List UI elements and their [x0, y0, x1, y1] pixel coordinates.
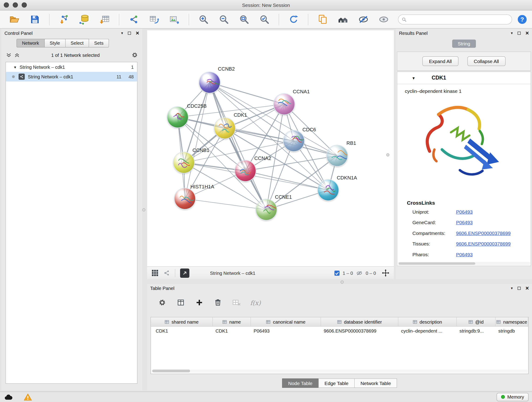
cell-database-identifier[interactable]: 9606.ENSP00000378699	[321, 327, 399, 336]
network-node-CCNA2[interactable]	[235, 161, 256, 181]
network-share-icon[interactable]	[163, 269, 170, 276]
selected-checkbox-icon[interactable]	[334, 270, 340, 276]
network-node-CCNB2[interactable]	[199, 72, 220, 93]
panel-float-icon[interactable]	[518, 32, 521, 35]
tab-node-table[interactable]: Node Table	[282, 379, 319, 388]
open-session-button[interactable]	[7, 12, 22, 27]
tab-network-table[interactable]: Network Table	[355, 379, 397, 388]
table-row[interactable]: CDK1 CDK1 P06493 9606.ENSP00000378699 cy…	[151, 327, 528, 336]
results-horizontal-scrollbar[interactable]	[398, 262, 530, 265]
panel-menu-icon[interactable]: ▾	[511, 31, 513, 35]
disclosure-triangle-icon[interactable]: ▼	[13, 65, 20, 69]
collapse-all-button[interactable]: Collapse All	[467, 56, 505, 66]
column-header-description[interactable]: description	[399, 317, 457, 326]
export-image-button[interactable]	[167, 12, 182, 27]
crosslink-link[interactable]: P06493	[456, 252, 473, 257]
network-canvas[interactable]: CCNB2CCNA1CDC25BCDK1CDC6RB1CCNB1CCNA2CDK…	[147, 30, 394, 267]
import-network-from-file-button[interactable]	[56, 12, 71, 27]
network-node-CDK1[interactable]	[215, 118, 235, 139]
network-options-gear-icon[interactable]	[131, 51, 138, 58]
column-header-namespace[interactable]: namespace	[496, 317, 528, 326]
new-network-button[interactable]	[126, 12, 141, 27]
zoom-fit-button[interactable]	[236, 12, 252, 27]
cell-id[interactable]: stringdb:9...	[457, 327, 496, 336]
network-node-CCNB1[interactable]	[174, 153, 194, 173]
splitter-handle[interactable]	[142, 208, 146, 211]
crosslink-link[interactable]: P06493	[456, 220, 473, 225]
collapse-all-networks-icon[interactable]	[14, 53, 20, 57]
save-session-button[interactable]	[27, 12, 42, 27]
delete-column-button[interactable]	[213, 298, 223, 307]
expand-all-button[interactable]: Expand All	[423, 56, 458, 66]
crosslink-link[interactable]: P06493	[456, 209, 473, 215]
network-node-CDC25B[interactable]	[167, 107, 188, 128]
birdseye-grid-icon[interactable]	[152, 269, 158, 276]
zoom-window-button[interactable]	[22, 2, 27, 8]
network-node-RB1[interactable]	[327, 146, 348, 166]
function-builder-button[interactable]: f(x)	[250, 299, 261, 306]
column-header-database-identifier[interactable]: database identifier	[321, 317, 399, 326]
tab-style[interactable]: Style	[44, 39, 65, 48]
show-columns-button[interactable]	[176, 298, 186, 307]
column-header-name[interactable]: name	[213, 317, 251, 326]
string-results-tab[interactable]: String	[452, 40, 476, 48]
network-row-selected[interactable]: String Network – cdk1 11 48	[6, 72, 137, 82]
minimize-window-button[interactable]	[13, 2, 18, 8]
help-button[interactable]: ?	[517, 14, 528, 25]
crosslink-link[interactable]: 9606.ENSP00000378699	[456, 230, 511, 236]
hidden-eye-slash-icon[interactable]	[356, 270, 363, 276]
crosslink-link[interactable]: 9606.ENSP00000378699	[456, 241, 511, 247]
column-header-canonical-name[interactable]: canonical name	[251, 317, 321, 326]
panel-close-icon[interactable]: ×	[526, 30, 529, 36]
tab-network[interactable]: Network	[17, 39, 44, 48]
refresh-network-button[interactable]	[286, 12, 301, 27]
import-network-from-database-button[interactable]	[77, 12, 92, 27]
memory-button[interactable]: Memory	[497, 393, 529, 401]
expand-all-networks-icon[interactable]	[6, 53, 12, 57]
cell-canonical-name[interactable]: P06493	[251, 327, 321, 336]
panel-menu-icon[interactable]: ▾	[121, 31, 123, 35]
protein-disclosure-triangle-icon[interactable]: ▼	[412, 76, 415, 80]
cell-description[interactable]: cyclin–dependent ...	[399, 327, 457, 336]
network-node-CDKN1A[interactable]	[318, 180, 339, 201]
table-horizontal-scrollbar[interactable]	[152, 370, 528, 373]
warnings-button[interactable]	[23, 393, 33, 402]
panel-float-icon[interactable]	[128, 32, 131, 35]
graphics-details-button[interactable]	[376, 12, 391, 27]
zoom-in-button[interactable]	[196, 12, 211, 27]
hide-unhide-button[interactable]	[356, 12, 371, 27]
zoom-out-button[interactable]	[216, 12, 231, 27]
zoom-selected-button[interactable]	[257, 12, 272, 27]
toolbar-search[interactable]	[398, 14, 512, 25]
tab-edge-table[interactable]: Edge Table	[319, 379, 355, 388]
cell-name[interactable]: CDK1	[213, 327, 251, 336]
splitter-handle[interactable]	[386, 153, 389, 157]
cell-shared-name[interactable]: CDK1	[151, 327, 213, 336]
network-node-HIST1H1A[interactable]	[175, 188, 195, 209]
panel-close-icon[interactable]: ×	[526, 285, 529, 291]
home-button[interactable]	[336, 12, 351, 27]
table-options-gear-button[interactable]	[157, 298, 167, 307]
network-collection-row[interactable]: ▼ String Network – cdk1 1	[6, 62, 137, 72]
column-header-id[interactable]: @id	[457, 317, 496, 326]
network-from-table-button[interactable]	[146, 12, 162, 27]
tab-select[interactable]: Select	[65, 39, 89, 48]
create-column-button[interactable]	[195, 298, 204, 307]
tab-sets[interactable]: Sets	[89, 39, 109, 48]
import-table-from-file-button[interactable]	[97, 12, 112, 27]
column-header-shared-name[interactable]: shared name	[151, 317, 213, 326]
panel-float-icon[interactable]	[518, 287, 521, 290]
annotations-button[interactable]	[315, 12, 330, 27]
panel-menu-icon[interactable]: ▾	[511, 286, 513, 290]
cloud-button[interactable]	[3, 393, 14, 402]
cell-namespace[interactable]: stringdb	[496, 327, 528, 336]
export-network-view-button[interactable]	[180, 268, 190, 278]
close-window-button[interactable]	[4, 2, 9, 8]
splitter-handle[interactable]	[341, 281, 344, 284]
panel-close-icon[interactable]: ×	[136, 30, 139, 36]
search-input[interactable]	[409, 17, 508, 22]
network-node-CCNE1[interactable]	[256, 199, 277, 220]
network-node-CCNA1[interactable]	[274, 94, 295, 115]
delete-table-button-disabled[interactable]	[232, 298, 241, 307]
pan-crosshair-icon[interactable]	[382, 269, 389, 277]
